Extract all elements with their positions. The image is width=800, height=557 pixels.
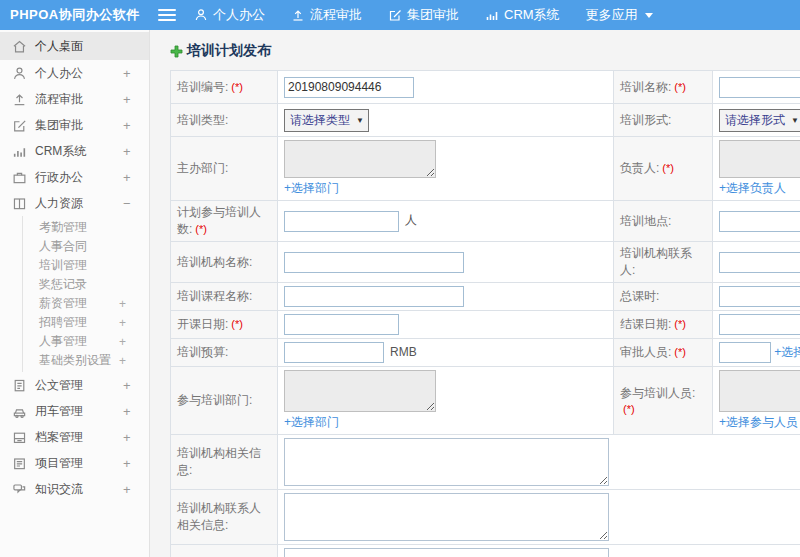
approver-input[interactable] — [719, 342, 771, 363]
host-dept-textarea[interactable] — [284, 140, 436, 178]
requirement-textarea[interactable] — [284, 548, 609, 557]
chart-icon — [12, 144, 27, 159]
course-name-label: 培训课程名称: — [171, 283, 278, 311]
budget-label: 培训预算: — [171, 339, 278, 367]
org-info-label: 培训机构相关信息: — [171, 435, 278, 490]
nav-group-approval[interactable]: 集团审批 — [388, 6, 459, 24]
training-name-input[interactable] — [719, 77, 800, 98]
sidebar-subitem-attendance[interactable]: 考勤管理 — [23, 218, 149, 237]
nav-label: CRM系统 — [504, 6, 560, 24]
start-date-input[interactable] — [284, 314, 399, 335]
planned-count-input[interactable] — [284, 211, 399, 232]
sidebar-item-archive-mgmt[interactable]: 档案管理 + — [0, 424, 149, 450]
location-label: 培训地点: — [614, 201, 713, 242]
chart-icon — [485, 8, 499, 22]
end-date-input[interactable] — [719, 314, 800, 335]
select-dept-link[interactable]: +选择部门 — [284, 181, 339, 195]
org-contact-label: 培训机构联系人: — [614, 242, 713, 283]
nav-more-apps[interactable]: 更多应用 — [586, 6, 653, 24]
book-icon — [12, 196, 27, 211]
org-contact-input[interactable] — [719, 252, 800, 273]
sidebar-subitem-reward[interactable]: 奖惩记录 — [23, 275, 149, 294]
sidebar-item-admin-office[interactable]: 行政办公 + — [0, 164, 149, 190]
budget-input[interactable] — [284, 342, 384, 363]
sidebar-item-group-approval[interactable]: 集团审批 + — [0, 112, 149, 138]
flow-icon — [291, 8, 305, 22]
training-type-select[interactable]: 请选择类型▼ — [284, 109, 369, 132]
nav-label: 个人办公 — [213, 6, 265, 24]
user-icon — [194, 8, 208, 22]
nav-label: 集团审批 — [407, 6, 459, 24]
training-mode-select[interactable]: 请选择形式▼ — [719, 109, 800, 132]
sidebar-item-vehicle-mgmt[interactable]: 用车管理 + — [0, 398, 149, 424]
sidebar-subitem-recruit[interactable]: 招聘管理+ — [23, 313, 149, 332]
sidebar-subitem-hr-contract[interactable]: 人事合同 — [23, 237, 149, 256]
nav-label: 更多应用 — [586, 6, 638, 24]
top-nav: 个人办公 流程审批 集团审批 CRM系统 更多应用 — [194, 6, 653, 24]
nav-label: 流程审批 — [310, 6, 362, 24]
main-content: 培训计划发布 培训编号:(*) 培训名称:(*) 培训类型: 请选择类型▼ 培训… — [150, 30, 800, 557]
training-mode-label: 培训形式: — [614, 104, 713, 137]
unit-rmb: RMB — [390, 345, 417, 359]
sidebar-item-crm[interactable]: CRM系统 + — [0, 138, 149, 164]
training-type-label: 培训类型: — [171, 104, 278, 137]
select-join-people-link[interactable]: +选择参与人员 — [719, 415, 798, 429]
nav-crm-system[interactable]: CRM系统 — [485, 6, 560, 24]
hamburger-menu-icon[interactable] — [158, 9, 176, 21]
caret-down-icon — [645, 13, 653, 18]
org-name-label: 培训机构名称: — [171, 242, 278, 283]
sidebar-item-workflow-approval[interactable]: 流程审批 + — [0, 86, 149, 112]
select-leader-link[interactable]: +选择负责人 — [719, 181, 786, 195]
leader-label: 负责人:(*) — [614, 137, 713, 201]
approve-icon — [388, 8, 402, 22]
top-header: PHPOA协同办公软件 个人办公 流程审批 集团审批 CRM系统 更多应用 — [0, 0, 800, 30]
training-plan-form: 培训编号:(*) 培训名称:(*) 培训类型: 请选择类型▼ 培训形式: 请选择… — [170, 70, 800, 557]
host-dept-label: 主办部门: — [171, 137, 278, 201]
sidebar-subitem-base-category[interactable]: 基础类别设置+ — [23, 351, 149, 370]
leader-textarea[interactable] — [719, 140, 800, 178]
sidebar: 个人桌面 个人办公 + 流程审批 + 集团审批 + CRM系统 + 行政办公 + — [0, 30, 150, 557]
join-dept-label: 参与培训部门: — [171, 367, 278, 435]
org-info-textarea[interactable] — [284, 438, 609, 486]
sidebar-item-personal-desktop[interactable]: 个人桌面 — [0, 32, 149, 60]
document-icon — [12, 378, 27, 393]
briefcase-icon — [12, 170, 27, 185]
sidebar-item-hr[interactable]: 人力资源 − — [0, 190, 149, 216]
total-hours-input[interactable] — [719, 286, 800, 307]
sidebar-subitem-training[interactable]: 培训管理 — [23, 256, 149, 275]
sidebar-item-personal-office[interactable]: 个人办公 + — [0, 60, 149, 86]
end-date-label: 结课日期:(*) — [614, 311, 713, 339]
select-join-dept-link[interactable]: +选择部门 — [284, 415, 339, 429]
sidebar-item-document-mgmt[interactable]: 公文管理 + — [0, 372, 149, 398]
training-number-input[interactable] — [284, 77, 414, 98]
join-people-label: 参与培训人员:(*) — [614, 367, 713, 435]
planned-count-label: 计划参与培训人数:(*) — [171, 201, 278, 242]
nav-personal-office[interactable]: 个人办公 — [194, 6, 265, 24]
requirement-label: 培训要求: — [171, 545, 278, 557]
page-title-row: 培训计划发布 — [170, 42, 800, 60]
unit-ren: 人 — [405, 213, 417, 227]
org-contact-info-label: 培训机构联系人相关信息: — [171, 490, 278, 545]
home-icon — [12, 39, 27, 54]
nav-workflow-approval[interactable]: 流程审批 — [291, 6, 362, 24]
select-approver-link[interactable]: +选择审批人员 — [774, 345, 800, 359]
course-name-input[interactable] — [284, 286, 464, 307]
join-people-textarea[interactable] — [719, 370, 800, 412]
org-contact-info-textarea[interactable] — [284, 493, 609, 541]
flow-icon — [12, 92, 27, 107]
clipboard-icon — [12, 456, 27, 471]
sidebar-subitem-salary[interactable]: 薪资管理+ — [23, 294, 149, 313]
user-icon — [12, 66, 27, 81]
training-name-label: 培训名称:(*) — [614, 71, 713, 104]
sidebar-item-knowledge[interactable]: 知识交流 + — [0, 476, 149, 502]
join-dept-textarea[interactable] — [284, 370, 436, 412]
chat-icon — [12, 482, 27, 497]
select-arrow-icon: ▼ — [356, 116, 364, 125]
sidebar-item-project-mgmt[interactable]: 项目管理 + — [0, 450, 149, 476]
approve-icon — [12, 118, 27, 133]
app-logo: PHPOA协同办公软件 — [0, 6, 150, 24]
location-input[interactable] — [719, 211, 800, 232]
training-number-label: 培训编号:(*) — [171, 71, 278, 104]
sidebar-subitem-personnel[interactable]: 人事管理+ — [23, 332, 149, 351]
org-name-input[interactable] — [284, 252, 464, 273]
